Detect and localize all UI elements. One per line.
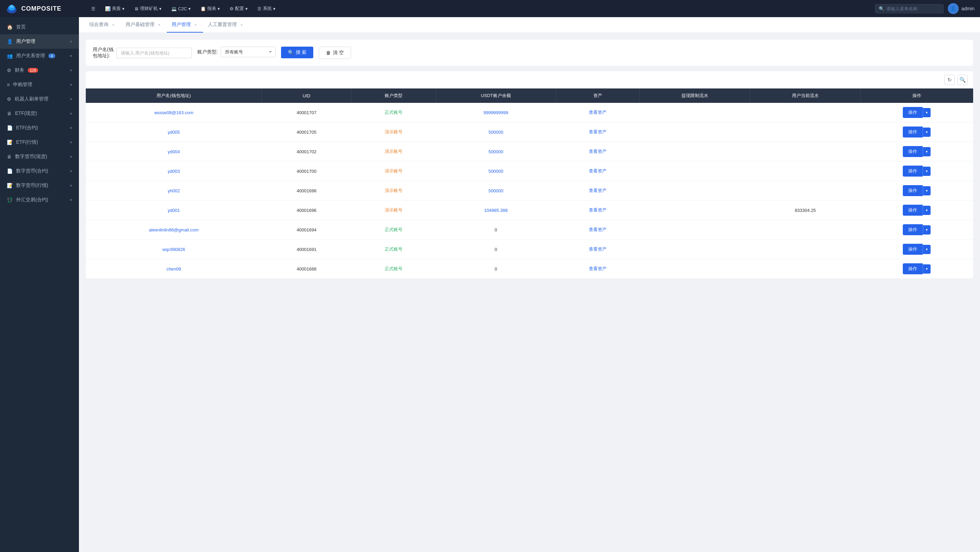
username-input[interactable] <box>116 48 192 58</box>
clear-btn-icon: 🗑 <box>326 50 331 56</box>
cell-asset[interactable]: 查看资产 <box>589 227 607 232</box>
cell-asset[interactable]: 查看资产 <box>589 129 607 135</box>
system-chevron: ▾ <box>273 6 275 11</box>
cell-asset[interactable]: 查看资产 <box>589 149 607 154</box>
cell-account-type: 正式账号 <box>385 110 402 115</box>
cell-username[interactable]: yd003 <box>168 169 180 174</box>
tab-user-manage-close[interactable]: × <box>193 22 198 27</box>
cell-usdt-balance: 0 <box>495 227 497 232</box>
cell-usdt-balance: 500000 <box>488 130 503 135</box>
user-relation-icon: 👥 <box>7 53 13 59</box>
action-main-button[interactable]: 操作 <box>903 205 923 216</box>
action-arrow-button[interactable]: ▾ <box>923 108 931 117</box>
cell-username[interactable]: yd001 <box>168 208 180 213</box>
subscription-chevron: ▾ <box>70 82 72 87</box>
tab-manual-reset-label: 人工重置管理 <box>208 22 237 28</box>
user-area[interactable]: 👤 admin <box>948 3 975 14</box>
cell-asset[interactable]: 查看资产 <box>589 110 607 115</box>
crypto-market-chevron: ▾ <box>70 183 72 188</box>
crypto-spot-chevron: ▾ <box>70 155 72 159</box>
cell-username[interactable]: chen08 <box>166 266 181 271</box>
table-row: chen0840001688正式账号0查看资产操作▾ <box>86 259 973 279</box>
tab-comprehensive-close[interactable]: × <box>110 22 116 27</box>
search-toolbar-button[interactable]: 🔍 <box>957 75 968 85</box>
action-arrow-button[interactable]: ▾ <box>923 167 931 176</box>
action-arrow-button[interactable]: ▾ <box>923 225 931 235</box>
sidebar-item-user-management[interactable]: 👤 用户管理 ▾ <box>0 34 79 49</box>
cell-username[interactable]: yd004 <box>168 149 180 154</box>
sidebar-item-etf-contract[interactable]: 📄 ETF(合约) ▾ <box>0 121 79 135</box>
sidebar-item-etf-market[interactable]: 📝 ETF(行情) ▾ <box>0 135 79 149</box>
action-arrow-button[interactable]: ▾ <box>923 147 931 156</box>
table-row: wqc99082640001691正式账号0查看资产操作▾ <box>86 240 973 259</box>
cell-username[interactable]: yd005 <box>168 130 180 135</box>
account-type-select[interactable]: 所有账号 正式账号 演示账号 <box>221 47 275 57</box>
action-main-button[interactable]: 操作 <box>903 166 923 176</box>
robot-chevron: ▾ <box>70 97 72 102</box>
cell-username[interactable]: wqc990826 <box>162 247 185 252</box>
action-arrow-button[interactable]: ▾ <box>923 245 931 254</box>
nav-item-mining[interactable]: 🖥 理财矿机 ▾ <box>130 3 166 14</box>
tab-user-basic[interactable]: 用户基础管理 × <box>121 17 167 33</box>
nav-item-stocks[interactable]: 📊 美股 ▾ <box>101 3 129 14</box>
action-main-button[interactable]: 操作 <box>903 146 923 157</box>
action-main-button[interactable]: 操作 <box>903 127 923 138</box>
sidebar-item-crypto-contract[interactable]: 📄 数字货币(合约) ▾ <box>0 164 79 178</box>
action-main-button[interactable]: 操作 <box>903 263 923 274</box>
action-arrow-button[interactable]: ▾ <box>923 206 931 215</box>
crypto-contract-icon: 📄 <box>7 168 13 174</box>
cell-asset[interactable]: 查看资产 <box>589 168 607 173</box>
content-area: 综合查询 × 用户基础管理 × 用户管理 × 人工重置管理 × 用 <box>79 17 980 552</box>
action-arrow-button[interactable]: ▾ <box>923 264 931 274</box>
sidebar-item-user-relation[interactable]: 👥 用户关系管理 4 ▾ <box>0 49 79 63</box>
nav-item-system[interactable]: ☰ 系统 ▾ <box>253 3 280 14</box>
search-icon: 🔍 <box>879 6 884 11</box>
table-row: yh00240001698演示账号500000查看资产操作▾ <box>86 181 973 201</box>
cell-withdraw-limit <box>640 142 750 162</box>
sidebar-item-crypto-market[interactable]: 📝 数字货币(行情) ▾ <box>0 178 79 193</box>
action-main-button[interactable]: 操作 <box>903 244 923 255</box>
cell-asset[interactable]: 查看资产 <box>589 246 607 252</box>
sidebar-item-robot[interactable]: ⚙ 机器人刷单管理 ▾ <box>0 92 79 106</box>
tab-manual-reset[interactable]: 人工重置管理 × <box>203 17 249 33</box>
nav-item-config[interactable]: ⚙ 配置 ▾ <box>226 3 252 14</box>
tab-user-basic-label: 用户基础管理 <box>126 22 154 28</box>
user-relation-badge: 4 <box>48 54 55 58</box>
tab-manual-reset-close[interactable]: × <box>239 22 244 27</box>
sidebar-item-home[interactable]: 🏠 首页 <box>0 20 79 34</box>
global-search-input[interactable] <box>886 6 940 11</box>
table-toolbar: ↻ 🔍 <box>86 71 973 89</box>
search-button[interactable]: 🔍 搜 索 <box>281 47 313 58</box>
cell-username[interactable]: wssse08@163.com <box>154 110 194 115</box>
cell-asset[interactable]: 查看资产 <box>589 188 607 193</box>
action-main-button[interactable]: 操作 <box>903 224 923 235</box>
cell-asset[interactable]: 查看资产 <box>589 208 607 213</box>
global-search-box[interactable]: 🔍 <box>875 4 943 13</box>
tab-user-manage[interactable]: 用户管理 × <box>167 17 203 33</box>
tab-user-basic-close[interactable]: × <box>156 22 162 27</box>
action-main-button[interactable]: 操作 <box>903 185 923 196</box>
sidebar-item-subscription[interactable]: ≡ 申购管理 ▾ <box>0 78 79 92</box>
action-main-button[interactable]: 操作 <box>903 107 923 118</box>
refresh-button[interactable]: ↻ <box>944 75 955 85</box>
cell-account-type: 正式账号 <box>385 246 402 252</box>
cell-username[interactable]: aleenlinlin86@gmail.com <box>149 227 199 232</box>
sidebar-item-crypto-spot[interactable]: 🖥 数字货币(现货) ▾ <box>0 149 79 164</box>
sidebar-item-etf-spot[interactable]: 🖥 ETF(现货) ▾ <box>0 106 79 121</box>
nav-item-report[interactable]: 📋 报表 ▾ <box>196 3 224 14</box>
user-mgmt-chevron: ▾ <box>70 40 72 44</box>
tab-comprehensive[interactable]: 综合查询 × <box>84 17 121 33</box>
action-arrow-button[interactable]: ▾ <box>923 127 931 137</box>
sidebar-item-finance[interactable]: ⚙ 财务 126 ▾ <box>0 63 79 78</box>
sidebar-item-forex-contract[interactable]: 💱 外汇交易(合约) ▾ <box>0 193 79 207</box>
cell-asset[interactable]: 查看资产 <box>589 266 607 271</box>
forex-contract-icon: 💱 <box>7 197 13 203</box>
clear-button[interactable]: 🗑 清 空 <box>319 47 351 59</box>
nav-item-c2c[interactable]: 💻 C2C ▾ <box>167 4 195 13</box>
nav-item-toggle[interactable]: ☰ <box>87 4 100 13</box>
cell-username[interactable]: yh002 <box>168 188 180 194</box>
cell-uid: 40001696 <box>262 201 352 220</box>
username-field: 用户名(钱 包地址): <box>93 47 192 59</box>
action-arrow-button[interactable]: ▾ <box>923 186 931 195</box>
col-account-type: 账户类型 <box>352 89 436 103</box>
